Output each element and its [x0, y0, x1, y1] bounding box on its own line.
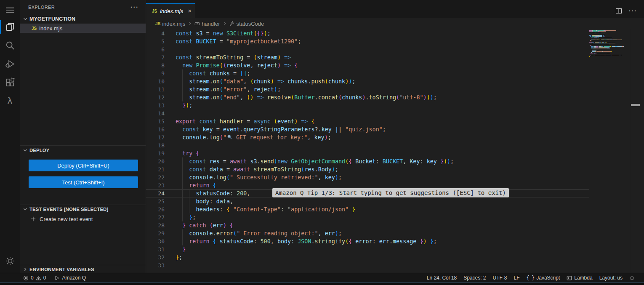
- line-number[interactable]: 27: [146, 213, 165, 221]
- line-number[interactable]: 17: [146, 133, 165, 141]
- sidebar-item-explorer[interactable]: [0, 18, 20, 36]
- line-number[interactable]: 18: [146, 141, 165, 149]
- code-line-15[interactable]: 15export const handler = async (event) =…: [146, 117, 589, 125]
- code-line-27[interactable]: 27 };: [146, 213, 589, 221]
- code-line-7[interactable]: 7const streamToString = (stream) =>: [146, 53, 589, 61]
- line-number[interactable]: 9: [146, 69, 165, 77]
- status-language-mode[interactable]: { }JavaScript: [523, 273, 564, 282]
- breadcrumb-item-handler[interactable]: handler: [194, 21, 220, 27]
- status-encoding[interactable]: UTF-8: [490, 273, 511, 282]
- sidebar-item-search[interactable]: [0, 36, 20, 55]
- code-line-12[interactable]: 12 stream.on("end", () => resolve(Buffer…: [146, 93, 589, 101]
- code-line-5[interactable]: 5const BUCKET = "myprojectbucket1290";: [146, 37, 589, 45]
- line-number[interactable]: 15: [146, 117, 165, 125]
- menu-icon[interactable]: [0, 3, 20, 18]
- create-test-event-button[interactable]: Create new test event: [20, 214, 146, 224]
- code-line-22[interactable]: 22 console.log(" Successfully retrieved:…: [146, 173, 589, 181]
- line-number[interactable]: 14: [146, 109, 165, 117]
- sidebar-item-extensions[interactable]: [0, 73, 20, 92]
- code-line-4[interactable]: 4const s3 = new S3Client({});: [146, 29, 589, 37]
- line-number[interactable]: 29: [146, 229, 165, 237]
- code-line-25[interactable]: 25 body: data,: [146, 197, 589, 205]
- code-line-8[interactable]: 8 new Promise((resolve, reject) => {: [146, 61, 589, 69]
- minimap[interactable]: [589, 29, 630, 273]
- code-token: :: [281, 206, 287, 213]
- line-number[interactable]: 22: [146, 173, 165, 181]
- code-token: Buffer: [294, 94, 314, 101]
- tab-index-mjs[interactable]: JS index.mjs ×: [146, 3, 195, 18]
- line-number[interactable]: 19: [146, 149, 165, 157]
- sidebar-item-run-debug[interactable]: [0, 55, 20, 73]
- sidebar-item-aws-lambda[interactable]: λ: [0, 92, 20, 110]
- code-line-13[interactable]: 13 });: [146, 101, 589, 109]
- code-line-20[interactable]: 20 const res = await s3.send(new GetObje…: [146, 157, 589, 165]
- code-token: [416, 238, 420, 245]
- code-line-19[interactable]: 19 try {: [146, 149, 589, 157]
- notifications-bell[interactable]: [626, 273, 638, 282]
- code-line-10[interactable]: 10 stream.on("data", (chunk) => chunks.p…: [146, 77, 589, 85]
- lambda-console-icon: [567, 275, 572, 281]
- code-line-11[interactable]: 11 stream.on("error", reject);: [146, 85, 589, 93]
- line-number[interactable]: 31: [146, 245, 165, 253]
- code-line-14[interactable]: 14: [146, 109, 589, 117]
- line-number[interactable]: 12: [146, 93, 165, 101]
- more-actions-icon[interactable]: ···: [629, 9, 637, 13]
- amazon-q-status[interactable]: Amazon Q: [51, 273, 89, 282]
- line-number[interactable]: 11: [146, 85, 165, 93]
- code-line-21[interactable]: 21 const data = await streamToString(res…: [146, 165, 589, 173]
- settings-button[interactable]: [0, 252, 20, 270]
- code-line-29[interactable]: 29 console.error(" Error reading object:…: [146, 229, 589, 237]
- line-number[interactable]: 20: [146, 157, 165, 165]
- line-number[interactable]: 4: [146, 29, 165, 37]
- close-icon[interactable]: ×: [188, 8, 192, 13]
- line-number[interactable]: 25: [146, 197, 165, 205]
- line-number[interactable]: 6: [146, 45, 165, 53]
- code-line-32[interactable]: 32};: [146, 253, 589, 261]
- line-number[interactable]: 26: [146, 205, 165, 213]
- environment-variables-header[interactable]: ENVIRONMENT VARIABLES: [20, 265, 146, 274]
- line-number[interactable]: 7: [146, 53, 165, 61]
- deploy-button[interactable]: Deploy (Ctrl+Shift+U): [29, 160, 138, 171]
- status-lambda-context[interactable]: Lambda: [563, 273, 596, 282]
- status-cursor-position[interactable]: Ln 24, Col 18: [423, 273, 460, 282]
- line-number[interactable]: 24: [146, 189, 165, 197]
- line-number[interactable]: 23: [146, 181, 165, 189]
- line-number[interactable]: 16: [146, 125, 165, 133]
- line-number[interactable]: 21: [146, 165, 165, 173]
- deploy-section-header[interactable]: DEPLOY: [20, 146, 146, 154]
- code-line-6[interactable]: 6: [146, 45, 589, 53]
- status-indentation[interactable]: Spaces: 2: [460, 273, 489, 282]
- status-keyboard-layout[interactable]: Layout: us: [596, 273, 626, 282]
- line-number[interactable]: 33: [146, 261, 165, 269]
- overview-ruler[interactable]: [630, 29, 644, 273]
- code-line-26[interactable]: 26 headers: { "Content-Type": "applicati…: [146, 205, 589, 213]
- test-button[interactable]: Test (Ctrl+Shift+I): [29, 176, 138, 188]
- breadcrumb-item-index.mjs[interactable]: JSindex.mjs: [155, 21, 185, 27]
- code-token: log: [210, 134, 220, 141]
- sidebar-item-index-mjs[interactable]: JS index.mjs: [20, 24, 146, 33]
- code-line-33[interactable]: 33: [146, 261, 589, 269]
- code-editor[interactable]: 4const s3 = new S3Client({});5const BUCK…: [146, 29, 589, 273]
- breadcrumb-item-statusCode[interactable]: statusCode: [229, 21, 264, 27]
- code-line-9[interactable]: 9 const chunks = [];: [146, 69, 589, 77]
- code-line-28[interactable]: 28 } catch (err) {: [146, 221, 589, 229]
- explorer-more-actions-icon[interactable]: ···: [130, 5, 139, 9]
- line-number[interactable]: 32: [146, 253, 165, 261]
- line-number[interactable]: 10: [146, 77, 165, 85]
- line-number[interactable]: 5: [146, 37, 165, 45]
- problems-indicator[interactable]: 0 0: [23, 273, 49, 282]
- code-line-18[interactable]: 18: [146, 141, 589, 149]
- line-number[interactable]: 13: [146, 101, 165, 109]
- line-number[interactable]: 8: [146, 61, 165, 69]
- code-line-17[interactable]: 17 console.log(" GET request for key:", …: [146, 133, 589, 141]
- sidebar-folder-root[interactable]: MYGETFUNCTION: [20, 14, 146, 24]
- split-editor-icon[interactable]: [615, 8, 622, 14]
- code-line-16[interactable]: 16 const key = event.queryStringParamete…: [146, 125, 589, 133]
- code-line-30[interactable]: 30 return { statusCode: 500, body: JSON.…: [146, 237, 589, 245]
- status-eol[interactable]: LF: [511, 273, 523, 282]
- test-events-header[interactable]: TEST EVENTS [NONE SELECTED]: [20, 205, 146, 213]
- code-line-31[interactable]: 31 }: [146, 245, 589, 253]
- line-number[interactable]: 30: [146, 237, 165, 245]
- line-number[interactable]: 28: [146, 221, 165, 229]
- code-token: .: [210, 78, 213, 85]
